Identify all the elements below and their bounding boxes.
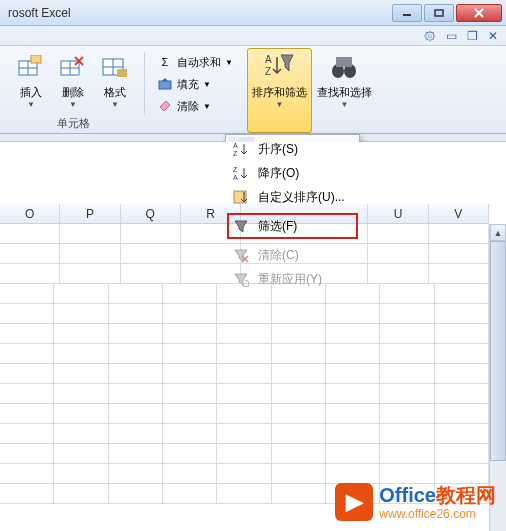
sigma-icon: Σ [157, 54, 173, 70]
dropdown-arrow-icon: ▼ [27, 100, 35, 109]
close-button[interactable] [456, 4, 502, 22]
insert-cells-icon [15, 51, 47, 83]
svg-text:A: A [265, 54, 272, 65]
sort-filter-dropdown: AZ 升序(S) ZA 降序(O) 自定义排序(U)... 筛选(F) 清除(C… [225, 134, 360, 294]
watermark-logo-icon: ▶ [335, 483, 373, 521]
delete-cells-icon [57, 51, 89, 83]
menu-clear-filter: 清除(C) [228, 243, 357, 267]
binoculars-icon [328, 51, 360, 83]
watermark: ▶ Office教程网 www.office26.com [335, 483, 496, 521]
column-header[interactable]: P [60, 204, 120, 223]
window-close-icon[interactable]: ✕ [488, 29, 498, 43]
ribbon-minimize-icon[interactable]: ▭ [446, 29, 457, 43]
custom-sort-icon [232, 188, 250, 206]
fill-icon [157, 76, 173, 92]
scroll-thumb[interactable] [490, 241, 506, 461]
help-row: ۞ ▭ ❐ ✕ [0, 26, 506, 46]
menu-custom-sort[interactable]: 自定义排序(U)... [228, 185, 357, 209]
svg-text:Z: Z [233, 166, 238, 173]
group-separator [144, 52, 145, 115]
scroll-up-button[interactable]: ▲ [490, 224, 506, 241]
window-title: rosoft Excel [4, 6, 390, 20]
window-restore-icon[interactable]: ❐ [467, 29, 478, 43]
watermark-url: www.office26.com [379, 507, 496, 521]
svg-text:Z: Z [265, 66, 271, 77]
svg-text:A: A [233, 174, 238, 181]
help-icon[interactable]: ۞ [424, 29, 436, 43]
column-header[interactable]: Q [121, 204, 181, 223]
insert-button[interactable]: 插入 ▼ [10, 48, 52, 112]
dropdown-arrow-icon: ▼ [69, 100, 77, 109]
column-header[interactable]: V [429, 204, 489, 223]
svg-rect-7 [31, 55, 41, 63]
dropdown-arrow-icon: ▼ [275, 100, 283, 109]
sort-desc-icon: ZA [232, 164, 250, 182]
group-label-cells: 单元格 [10, 114, 136, 133]
dropdown-arrow-icon: ▼ [340, 100, 348, 109]
dropdown-arrow-icon: ▼ [111, 100, 119, 109]
svg-rect-1 [435, 10, 443, 16]
filter-icon [232, 217, 250, 235]
column-header[interactable]: U [368, 204, 428, 223]
svg-text:Z: Z [233, 150, 238, 157]
clear-filter-icon [232, 246, 250, 264]
maximize-button[interactable] [424, 4, 454, 22]
fill-button[interactable]: 填充 ▼ [153, 74, 237, 94]
delete-button[interactable]: 删除 ▼ [52, 48, 94, 112]
find-select-button[interactable]: 查找和选择 ▼ [312, 48, 377, 133]
watermark-brand: Office教程网 [379, 483, 496, 507]
svg-rect-17 [159, 81, 171, 89]
menu-filter[interactable]: 筛选(F) [228, 214, 357, 238]
menu-sort-descending[interactable]: ZA 降序(O) [228, 161, 357, 185]
editing-group: Σ 自动求和 ▼ 填充 ▼ 清除 ▼ [147, 48, 243, 133]
autosum-button[interactable]: Σ 自动求和 ▼ [153, 52, 237, 72]
menu-reapply: 重新应用(Y) [228, 267, 357, 291]
svg-text:A: A [233, 142, 238, 149]
menu-sort-ascending[interactable]: AZ 升序(S) [228, 137, 357, 161]
svg-rect-16 [117, 69, 127, 77]
sort-asc-icon: AZ [232, 140, 250, 158]
ribbon: 插入 ▼ 删除 ▼ 格式 ▼ 单元格 Σ 自动求和 ▼ [0, 46, 506, 134]
format-cells-icon [99, 51, 131, 83]
reapply-icon [232, 270, 250, 288]
format-button[interactable]: 格式 ▼ [94, 48, 136, 112]
column-header[interactable]: O [0, 204, 60, 223]
clear-button[interactable]: 清除 ▼ [153, 96, 237, 116]
sort-filter-button[interactable]: AZ 排序和筛选 ▼ [247, 48, 312, 133]
svg-rect-22 [336, 57, 352, 67]
sort-filter-icon: AZ [263, 51, 295, 83]
minimize-button[interactable] [392, 4, 422, 22]
cells-group: 插入 ▼ 删除 ▼ 格式 ▼ 单元格 [4, 48, 142, 133]
window-titlebar: rosoft Excel [0, 0, 506, 26]
eraser-icon [157, 98, 173, 114]
